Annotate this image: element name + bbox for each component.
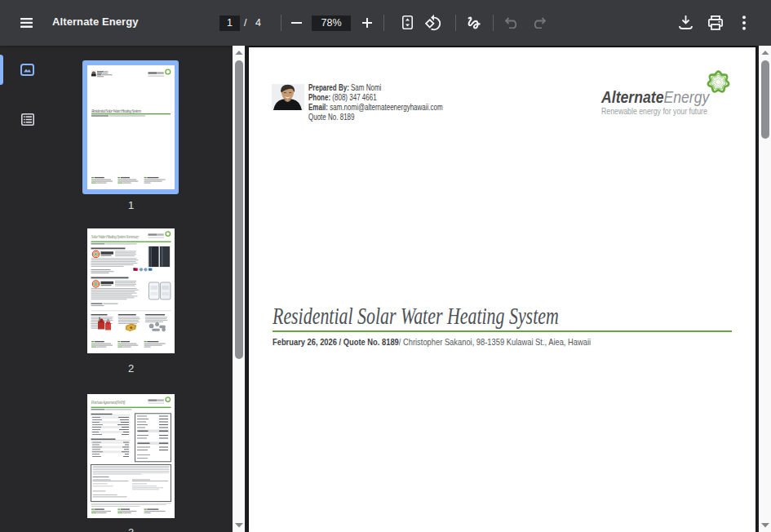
svg-text:Solar Water Heating System Sum: Solar Water Heating System Summary [91, 234, 140, 239]
svg-text:Residential Solar Water Heatin: Residential Solar Water Heating System [91, 109, 141, 113]
svg-text:Purchase Agreement (SWH): Purchase Agreement (SWH) [91, 400, 126, 406]
